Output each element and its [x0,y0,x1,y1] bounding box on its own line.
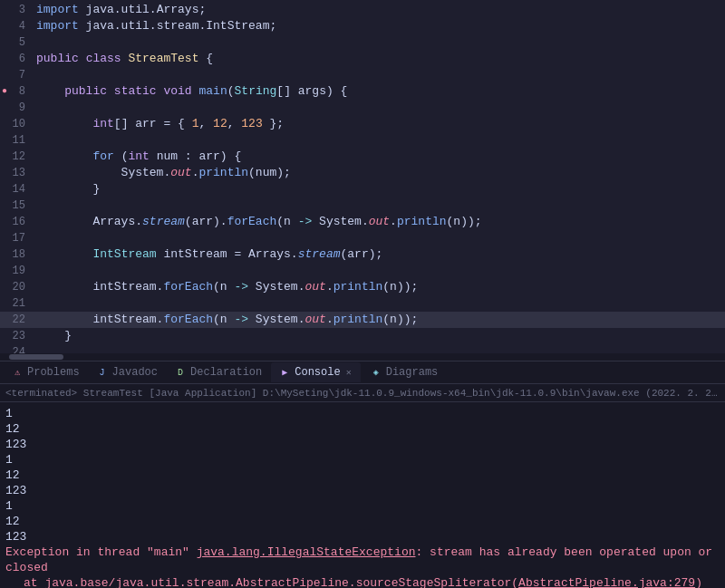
console-output-line-3: 123 [5,437,720,452]
javadoc-icon: J [96,366,109,379]
tab-diagrams-label: Diagrams [386,366,439,379]
line-number-20: 20 [0,279,33,295]
diagrams-icon: ◈ [370,366,382,379]
console-output-line-9: 123 [5,529,720,545]
line-number-21: 21 [0,295,33,312]
tab-diagrams[interactable]: ◈ Diagrams [362,362,446,382]
line-number-11: 11 [0,132,33,149]
line-content-23: } [33,328,725,344]
tab-problems-label: Problems [27,366,80,379]
line-number-13: 13 [0,165,33,181]
code-editor: 3 import java.util.Arrays; 4 import java… [0,0,725,353]
line-number-5: 5 [0,34,33,51]
line-content-3: import java.util.Arrays; [33,2,725,18]
code-line-21: 21 [0,295,725,312]
line-number-17: 17 [0,230,33,246]
code-line-10: 10 int[] arr = { 1, 12, 123 }; [0,116,725,132]
line-content-12: for (int num : arr) { [33,149,725,165]
tab-console-label: Console [295,366,340,379]
tab-bar: ⚠ Problems J Javadoc D Declaration ▶ Con… [0,361,725,384]
tab-declaration-label: Declaration [190,366,262,379]
line-number-14: 14 [0,181,33,198]
line-number-4: 4 [0,18,33,34]
console-icon: ▶ [278,366,291,379]
tab-declaration[interactable]: D Declaration [167,362,269,382]
code-line-18: 18 IntStream intStream = Arrays.stream(a… [0,246,725,263]
code-line-9: 9 [0,100,725,116]
line-number-22: 22 [0,312,33,328]
console-stack-trace-1: at java.base/java.util.stream.AbstractPi… [5,575,720,588]
line-content-16: Arrays.stream(arr).forEach(n -> System.o… [33,214,725,230]
declaration-icon: D [174,366,187,379]
line-content-9 [33,100,725,116]
code-line-7: 7 [0,67,725,83]
line-content-6: public class StreamTest { [33,51,725,67]
console-exception-line: Exception in thread "main" java.lang.Ill… [5,545,720,575]
code-line-11: 11 [0,132,725,149]
line-content-14: } [33,181,725,198]
line-number-10: 10 [0,116,33,132]
code-line-17: 17 [0,230,725,246]
line-number-19: 19 [0,263,33,279]
line-number-6: 6 [0,51,33,67]
console-status: <terminated> StreamTest [Java Applicatio… [0,384,725,402]
line-content-13: System.out.println(num); [33,165,725,181]
line-number-16: 16 [0,214,33,230]
code-line-15: 15 [0,198,725,214]
code-line-13: 13 System.out.println(num); [0,165,725,181]
code-line-3: 3 import java.util.Arrays; [0,2,725,18]
console-output-line-6: 123 [5,483,720,498]
code-line-20: 20 intStream.forEach(n -> System.out.pri… [0,279,725,295]
line-number-18: 18 [0,246,33,263]
code-line-16: 16 Arrays.stream(arr).forEach(n -> Syste… [0,214,725,230]
line-content-5 [33,34,725,51]
code-lines: 3 import java.util.Arrays; 4 import java… [0,0,725,353]
code-line-24: 24 [0,344,725,353]
tab-console-close[interactable]: ✕ [344,367,353,378]
console-output-line-5: 12 [5,468,720,483]
tab-console[interactable]: ▶ Console ✕ [271,362,360,382]
problems-icon: ⚠ [11,366,24,379]
line-number-3: 3 [0,2,33,18]
line-content-20: intStream.forEach(n -> System.out.printl… [33,279,725,295]
line-content-22: intStream.forEach(n -> System.out.printl… [33,312,725,328]
console-output-line-1: 1 [5,406,720,421]
scrollbar-thumb[interactable] [9,354,63,360]
line-content-7 [33,67,725,83]
code-line-4: 4 import java.util.stream.IntStream; [0,18,725,34]
code-line-12: 12 for (int num : arr) { [0,149,725,165]
console-output: 1 12 123 1 12 123 1 12 123 Exception in … [0,402,725,588]
line-content-18: IntStream intStream = Arrays.stream(arr)… [33,246,725,263]
line-content-15 [33,198,725,214]
line-number-9: 9 [0,100,33,116]
code-line-19: 19 [0,263,725,279]
line-number-15: 15 [0,198,33,214]
line-content-21 [33,295,725,312]
line-content-17 [33,230,725,246]
code-line-5: 5 [0,34,725,51]
line-content-8: public static void main(String[] args) { [33,83,725,100]
tab-problems[interactable]: ⚠ Problems [4,362,87,382]
console-output-line-7: 1 [5,498,720,514]
code-line-23: 23 } [0,328,725,344]
code-line-6: 6 public class StreamTest { [0,51,725,67]
line-number-7: 7 [0,67,33,83]
code-line-14: 14 } [0,181,725,198]
line-number-24: 24 [0,344,33,353]
editor-horizontal-scrollbar[interactable] [0,353,725,361]
console-output-line-2: 12 [5,421,720,437]
line-content-24 [33,344,725,353]
line-content-19 [33,263,725,279]
line-content-11 [33,132,725,149]
code-line-22: 22 intStream.forEach(n -> System.out.pri… [0,312,725,328]
tab-javadoc[interactable]: J Javadoc [89,362,165,382]
line-number-8: 8 [0,83,33,100]
line-content-10: int[] arr = { 1, 12, 123 }; [33,116,725,132]
tab-javadoc-label: Javadoc [112,366,158,379]
code-line-8: 8 public static void main(String[] args)… [0,83,725,100]
console-area: <terminated> StreamTest [Java Applicatio… [0,384,725,588]
line-number-12: 12 [0,149,33,165]
console-output-line-4: 1 [5,452,720,468]
line-number-23: 23 [0,328,33,344]
line-content-4: import java.util.stream.IntStream; [33,18,725,34]
